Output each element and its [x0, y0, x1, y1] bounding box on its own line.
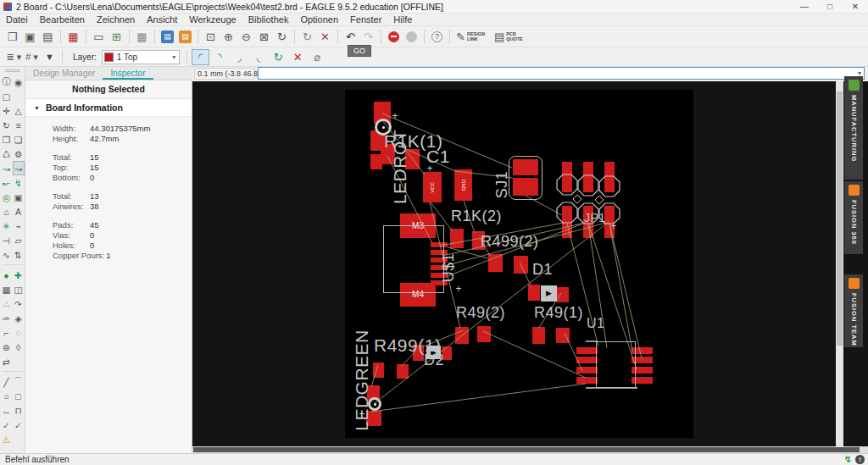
array-tool[interactable]: ◫: [13, 282, 25, 296]
menu-zeichnen[interactable]: Zeichnen: [91, 14, 141, 26]
variant-tool[interactable]: ◊: [13, 340, 25, 354]
board-information-header[interactable]: ▼ Board Information: [25, 99, 192, 117]
pad[interactable]: [477, 326, 491, 342]
fanout-tool[interactable]: ∴: [1, 296, 13, 311]
component-label-u1[interactable]: U$1: [441, 253, 456, 283]
walkaround-right-button[interactable]: ◝: [211, 49, 229, 65]
pad[interactable]: [576, 347, 598, 354]
follow-me-button[interactable]: ↻: [270, 49, 287, 65]
horizontal-scrollbar[interactable]: [192, 446, 868, 453]
pad[interactable]: [514, 256, 528, 274]
pad[interactable]: GND: [454, 169, 472, 201]
meander-tool[interactable]: ∿: [1, 247, 13, 262]
signal-tool[interactable]: ⌁: [13, 219, 25, 233]
grid-button[interactable]: # ▾: [24, 48, 40, 65]
component-label-r492[interactable]: R49(2): [456, 305, 505, 320]
mirror-tool[interactable]: △: [13, 103, 25, 118]
cam-processor-button[interactable]: ▦: [65, 28, 81, 45]
layer-settings-button[interactable]: ≣ ▾: [6, 48, 22, 65]
rect-tool[interactable]: □: [13, 389, 25, 403]
zoom-fit-button[interactable]: ⊡: [203, 28, 219, 45]
move-tool[interactable]: ✛: [1, 103, 13, 118]
stop-button[interactable]: [386, 28, 402, 45]
menu-fenster[interactable]: Fenster: [344, 14, 387, 26]
menu-werkzeuge[interactable]: Werkzeuge: [183, 14, 242, 26]
paste-tool[interactable]: ❏: [13, 132, 25, 147]
teardrop-tool[interactable]: ●: [1, 268, 13, 282]
schematic-button[interactable]: ▤: [159, 28, 175, 45]
lock-tool[interactable]: ⊜: [1, 340, 13, 354]
rotate-tool[interactable]: ↻: [1, 118, 13, 132]
pad[interactable]: [373, 363, 384, 378]
pad[interactable]: [450, 229, 464, 248]
ratsnest-tool[interactable]: ✳: [1, 219, 13, 233]
component-label-sj1[interactable]: SJ1: [494, 171, 509, 199]
label-tool[interactable]: ⊣: [1, 233, 13, 247]
zoom-select-button[interactable]: ⊠: [256, 28, 272, 45]
pad[interactable]: [532, 327, 545, 344]
palette-handle[interactable]: [5, 69, 20, 72]
board-canvas[interactable]: VCCGNDM3M4▶▶+++++LEDROTR1K(1)C1SJ1JP1R1K…: [192, 81, 868, 446]
shape-tool[interactable]: ▱: [13, 233, 25, 247]
pad[interactable]: [583, 162, 593, 192]
walkaround-left-button[interactable]: ◜: [192, 49, 209, 65]
design-link-button[interactable]: ✎DESIGN LINK: [454, 28, 491, 45]
stop-command-button[interactable]: ✕: [317, 28, 333, 45]
pad[interactable]: [576, 367, 598, 374]
via-tool[interactable]: ◎: [1, 190, 13, 204]
probe-button[interactable]: ⌀: [309, 49, 326, 65]
redo-button[interactable]: ↷: [360, 28, 376, 45]
maximize-button[interactable]: □: [817, 0, 843, 14]
menu-datei[interactable]: Datei: [0, 14, 34, 26]
hug-obstacles-button[interactable]: ◞: [231, 49, 248, 65]
zoom-out-button[interactable]: ⊖: [238, 28, 254, 45]
ripup-route-button[interactable]: ✕: [289, 49, 307, 65]
frame-tool[interactable]: ⊓: [13, 403, 25, 418]
component-label-d2[interactable]: D2: [424, 352, 444, 368]
go-button[interactable]: [403, 28, 420, 45]
pad[interactable]: [556, 328, 570, 343]
menu-bibliothek[interactable]: Bibliothek: [242, 14, 295, 26]
component-label-d1[interactable]: D1: [532, 262, 553, 277]
component-label-r1k2[interactable]: R1K(2): [451, 208, 502, 224]
text-tool[interactable]: A: [13, 204, 25, 219]
ripup-tool[interactable]: ↜: [1, 175, 13, 190]
help-button[interactable]: ?: [429, 28, 445, 45]
pad[interactable]: [488, 254, 503, 272]
menu-bearbeiten[interactable]: Bearbeiten: [34, 14, 91, 26]
tab-fusion-360[interactable]: FUSION 360: [844, 181, 863, 254]
bend-tool[interactable]: ⌐: [1, 325, 13, 340]
route-walkaround-tool[interactable]: ↝: [13, 161, 25, 175]
replace-tool[interactable]: ↷: [13, 296, 25, 311]
smd-pad-tool[interactable]: ▣: [13, 190, 25, 204]
component-label-jp1[interactable]: JP1: [584, 212, 606, 224]
close-button[interactable]: ✕: [843, 0, 868, 14]
pad[interactable]: [604, 162, 615, 192]
pad[interactable]: [455, 327, 469, 344]
sheet-button[interactable]: ▭: [91, 28, 107, 45]
erc-tool[interactable]: ✓: [13, 418, 25, 432]
menu-optionen[interactable]: Optionen: [294, 14, 344, 26]
show-tool[interactable]: ◉: [13, 75, 25, 89]
diode-symbol[interactable]: ▶: [541, 285, 557, 302]
menu-hilfe[interactable]: Hilfe: [387, 14, 418, 26]
line-tool[interactable]: ╱: [1, 374, 13, 389]
component-label-r491[interactable]: R49(1): [534, 305, 583, 320]
name-tool[interactable]: ≡: [13, 118, 25, 132]
pad[interactable]: [576, 357, 598, 363]
board-button[interactable]: ▤: [177, 28, 193, 45]
pad[interactable]: [557, 287, 569, 302]
layer-select[interactable]: 1 Top ▼: [102, 50, 180, 64]
polygon-tool[interactable]: ⌂: [1, 204, 13, 219]
copy-tool[interactable]: ❐: [1, 132, 13, 147]
pad[interactable]: VCC: [423, 172, 442, 202]
tab-design-manager[interactable]: Design Manager: [25, 68, 103, 80]
component-label-r4992[interactable]: R499(2): [481, 234, 539, 249]
component-label-ledgreen[interactable]: LEDGREEN: [353, 329, 370, 431]
drc-tool[interactable]: ✓: [1, 418, 13, 432]
save-button[interactable]: ▣: [22, 28, 38, 45]
undo-button[interactable]: ↶: [342, 28, 359, 45]
optimize-tool[interactable]: ✚: [13, 268, 25, 282]
mask-tool[interactable]: ✑: [1, 311, 13, 325]
group-tool[interactable]: ▢: [1, 89, 13, 103]
